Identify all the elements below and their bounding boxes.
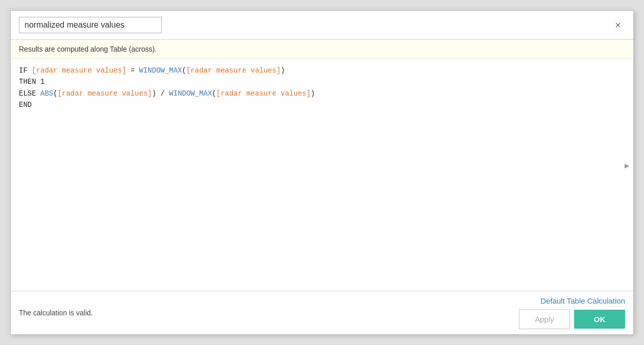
code-token: [radar measure values] (186, 66, 281, 75)
code-editor[interactable]: IF [radar measure values] = WINDOW_MAX([… (11, 59, 633, 291)
code-token: ABS (40, 89, 53, 98)
close-button[interactable]: × (611, 18, 625, 32)
dialog-header: × (11, 11, 633, 40)
code-token: END (19, 101, 32, 109)
code-token: [radar measure values] (58, 89, 152, 98)
code-token: IF (19, 66, 32, 75)
status-text: The calculation is valid. (19, 309, 93, 317)
code-token: ELSE (19, 89, 40, 98)
ok-button[interactable]: OK (574, 310, 625, 329)
code-token: [radar measure values] (32, 66, 126, 75)
code-token: ) (281, 66, 285, 75)
dialog-footer: The calculation is valid. Default Table … (11, 291, 633, 334)
code-token: = (126, 66, 139, 75)
calculation-dialog: × Results are computed along Table (acro… (10, 10, 634, 335)
code-token: ) (311, 89, 315, 98)
code-line: IF [radar measure values] = WINDOW_MAX([… (19, 65, 625, 76)
calculation-name-input[interactable] (19, 17, 162, 33)
code-token: ( (53, 89, 57, 98)
default-table-calculation-link[interactable]: Default Table Calculation (540, 296, 625, 305)
info-text: Results are computed along Table (across… (19, 45, 157, 53)
apply-button[interactable]: Apply (519, 309, 570, 329)
content-area: Results are computed along Table (across… (11, 40, 633, 291)
footer-right: Default Table Calculation Apply OK (519, 296, 625, 329)
code-line: END (19, 99, 625, 110)
code-token: ( (212, 89, 216, 98)
code-token: 1 (40, 78, 44, 86)
info-banner: Results are computed along Table (across… (11, 40, 633, 59)
code-line: THEN 1 (19, 76, 625, 87)
code-token: WINDOW_MAX (139, 66, 182, 75)
button-row: Apply OK (519, 309, 625, 329)
code-line: ELSE ABS([radar measure values]) / WINDO… (19, 88, 625, 99)
code-token: ( (182, 66, 186, 75)
code-token: WINDOW_MAX (169, 89, 212, 98)
code-token: THEN (19, 78, 40, 86)
code-token: ) / (152, 89, 169, 98)
scrollbar-arrow: ▶ (625, 162, 629, 169)
code-token: [radar measure values] (217, 89, 311, 98)
